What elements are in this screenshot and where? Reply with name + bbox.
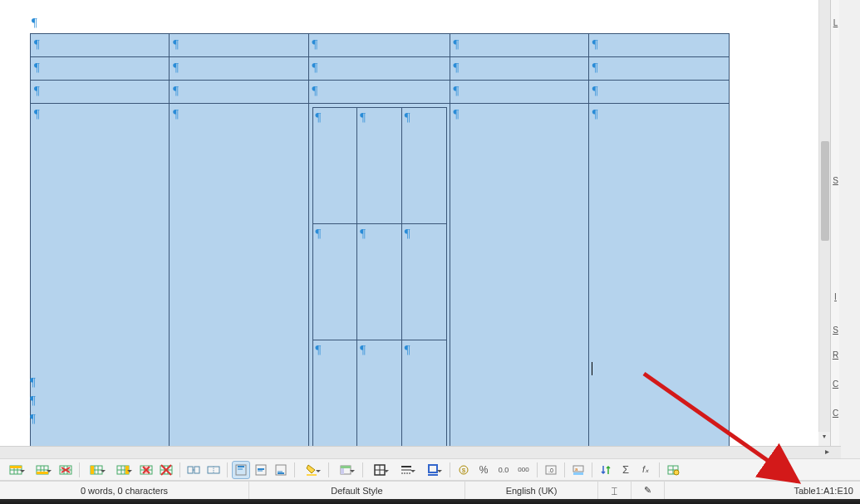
background-color-button[interactable] [299,461,324,479]
nested-table-cell[interactable]: ¶ [401,224,446,340]
table-cell[interactable]: ¶ [450,57,588,81]
delete-column-icon [140,463,153,477]
main-table[interactable]: ¶¶¶¶¶¶¶¶¶¶¶¶¶¶¶¶¶¶¶¶¶¶¶¶¶¶¶¶¶¶¶¶¶¶¶¶¶¶¶¶… [30,33,730,446]
insert-mode-icon: ⌶ [612,486,617,496]
insert-row-above-button[interactable] [3,461,28,479]
sum-button[interactable]: Σ [617,461,635,479]
delete-column-button[interactable] [137,461,155,479]
table-cell[interactable]: ¶ [170,34,308,57]
insert-row-below-button[interactable] [30,461,55,479]
sidebar-tab[interactable]: I [831,292,839,309]
align-center-vert-button[interactable] [252,461,270,479]
scrollbar-down-button[interactable]: ▾ [818,433,830,446]
number-format-standard-button[interactable]: 000 [514,461,533,479]
sidebar-tab[interactable]: S [831,176,839,193]
page[interactable]: ¶ ¶¶¶¶¶¶¶¶¶¶¶¶¶¶¶¶¶¶¶¶¶¶¶¶¶¶¶¶¶¶¶¶¶¶¶¶¶¶… [0,0,819,446]
split-cells-button[interactable] [184,461,203,479]
merge-cells-button[interactable] [204,461,223,479]
selection-label: Table1:A1:E10 [794,486,853,496]
table-cell[interactable]: ¶ [31,104,170,447]
table-cell[interactable]: ¶ [308,34,450,57]
status-selection[interactable]: Table1:A1:E10 [665,482,860,499]
insert-row-above-icon [9,463,22,477]
delete-row-button[interactable] [57,461,75,479]
insert-col-right-button[interactable] [111,461,135,479]
table-cell[interactable]: ¶ [31,57,170,81]
sidebar-tab[interactable]: S [831,325,839,342]
number-recognition-button[interactable]: .0 [542,461,560,479]
scrollbar-track[interactable] [818,0,830,432]
text-cursor [592,362,592,375]
align-top-button[interactable] [232,461,250,479]
nested-table-cell[interactable]: ¶ [312,108,357,224]
scrollbar-thumb[interactable] [821,141,829,241]
table-cell[interactable]: ¶ [450,104,588,447]
nested-table-cell[interactable]: ¶ [401,108,446,224]
sort-button[interactable] [597,461,615,479]
vertical-scrollbar[interactable]: ▾ [818,0,830,446]
sidebar-tab[interactable]: C [831,409,839,425]
toolbar-separator [227,462,228,477]
horizontal-scrollbar[interactable]: ▸ [0,446,841,458]
status-language[interactable]: English (UK) [465,482,598,499]
nested-table-cell[interactable]: ¶ [312,224,357,340]
formula-button[interactable]: fₓ [636,461,655,479]
nested-table-cell[interactable]: ¶ [357,108,402,224]
table-cell[interactable]: ¶ [170,57,308,81]
caption-button[interactable]: a [569,461,587,479]
paragraph[interactable]: ¶ [30,409,36,428]
paragraph[interactable]: ¶ [30,391,36,409]
nested-table-cell[interactable]: ¶ [357,340,402,447]
table-cell[interactable]: ¶ [450,34,588,57]
toolbar-separator [564,462,565,477]
sidebar-tab[interactable]: R [831,350,839,367]
autoformat-button[interactable] [333,461,358,479]
table-properties-icon [666,463,680,477]
nested-table[interactable]: ¶¶¶¶¶¶¶¶¶¶¶¶¶¶¶ [312,107,447,446]
table-cell[interactable]: ¶ [588,34,729,57]
scrollbar-right-button[interactable]: ▸ [821,447,833,459]
status-signature[interactable]: ✎ [631,482,665,499]
status-insert-mode[interactable]: ⌶ [598,482,631,499]
sidebar-tab[interactable]: C [831,379,839,396]
svg-rect-55 [341,468,344,474]
nested-table-cell[interactable]: ¶ [357,224,402,340]
nested-table-cell[interactable]: ¶ [401,340,446,447]
status-page-style[interactable]: Default Style [249,482,465,499]
table-cell[interactable]: ¶ [588,81,729,104]
sidebar-tab[interactable]: L [831,18,839,35]
align-bottom-button[interactable] [272,461,290,479]
nested-table-cell[interactable]: ¶ [312,340,357,447]
paragraph[interactable]: ¶ [30,373,36,391]
table-cell[interactable]: ¶ [31,81,170,104]
border-style-button[interactable] [394,461,419,479]
decimal-icon: 0.0 [499,466,509,474]
number-format-currency-button[interactable]: $ [455,461,473,479]
table-cell[interactable]: ¶ [588,104,729,447]
number-format-percent-button[interactable]: % [474,461,493,479]
table-cell[interactable]: ¶ [170,104,308,447]
table-cell[interactable]: ¶ [308,57,450,81]
borders-button[interactable] [367,461,392,479]
delete-table-button[interactable] [157,461,175,479]
status-bar: 0 words, 0 characters Default Style Engl… [0,481,860,499]
table-cell[interactable]: ¶ [31,34,170,57]
table-cell[interactable]: ¶ [450,81,588,104]
insert-col-left-button[interactable] [84,461,109,479]
paragraph[interactable]: ¶ [30,15,814,32]
border-color-button[interactable] [420,461,445,479]
document-scroll-area[interactable]: ¶ ¶¶¶¶¶¶¶¶¶¶¶¶¶¶¶¶¶¶¶¶¶¶¶¶¶¶¶¶¶¶¶¶¶¶¶¶¶¶… [0,0,839,446]
table-cell[interactable]: ¶ [170,81,308,104]
insert-col-left-icon [90,463,103,477]
status-word-count[interactable]: 0 words, 0 characters [0,482,249,499]
table-cell[interactable]: ¶ [588,57,729,81]
table-cell[interactable]: ¶¶¶¶¶¶¶¶¶¶¶¶¶¶¶ [308,104,450,447]
number-format-decimal-button[interactable]: 0.0 [494,461,513,479]
sidebar-deck[interactable]: LSISRCC [830,0,839,446]
table-properties-button[interactable] [664,461,682,479]
signature-icon: ✎ [644,485,651,496]
svg-text:$: $ [462,467,466,474]
svg-text:.0: .0 [548,467,553,473]
table-cell[interactable]: ¶ [308,81,450,104]
toolbar-separator [592,462,592,477]
